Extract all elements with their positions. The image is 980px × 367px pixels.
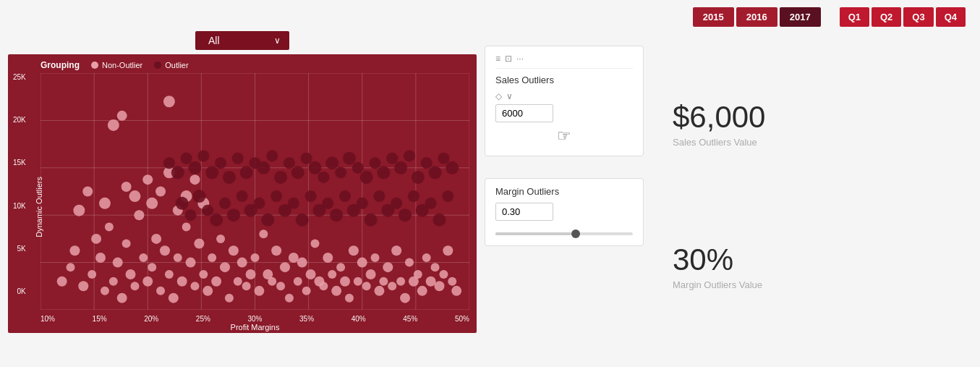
svg-point-74 — [323, 253, 333, 263]
svg-point-172 — [322, 198, 333, 209]
svg-point-39 — [174, 253, 182, 262]
svg-point-99 — [431, 263, 440, 271]
chevron-down-icon: ∨ — [506, 91, 513, 101]
legend-outlier: Outlier — [154, 61, 188, 69]
x-35: 35% — [299, 315, 314, 323]
svg-point-128 — [223, 171, 236, 184]
svg-point-92 — [400, 293, 410, 303]
svg-point-186 — [442, 190, 453, 202]
svg-point-77 — [336, 263, 345, 271]
svg-point-19 — [88, 270, 96, 279]
svg-point-135 — [284, 157, 295, 169]
svg-point-24 — [113, 258, 123, 268]
svg-point-110 — [155, 187, 166, 197]
svg-point-88 — [383, 262, 393, 272]
svg-point-78 — [340, 277, 350, 287]
svg-point-27 — [122, 239, 131, 248]
svg-point-121 — [163, 157, 175, 169]
svg-point-66 — [289, 253, 299, 263]
svg-point-114 — [189, 174, 200, 185]
svg-point-166 — [270, 190, 282, 202]
x-45: 45% — [403, 315, 417, 323]
svg-point-50 — [220, 262, 230, 272]
svg-point-98 — [426, 277, 436, 287]
svg-point-55 — [242, 282, 251, 290]
margin-outliers-input[interactable] — [495, 203, 553, 221]
svg-point-165 — [261, 214, 274, 227]
svg-point-81 — [354, 277, 362, 286]
q1-btn[interactable]: Q1 — [840, 7, 869, 27]
y-label-5k: 5K — [17, 245, 26, 253]
svg-point-160 — [219, 198, 231, 209]
svg-point-84 — [366, 269, 376, 279]
scatter-chart: Grouping Non-Outlier Outlier 25K 20K 15K… — [8, 54, 477, 333]
svg-point-58 — [254, 286, 264, 296]
svg-point-33 — [148, 263, 156, 271]
svg-point-80 — [349, 245, 359, 256]
svg-point-161 — [227, 208, 240, 222]
svg-point-142 — [343, 152, 356, 165]
year-2017-btn[interactable]: 2017 — [780, 7, 821, 27]
non-outlier-dot — [91, 62, 98, 69]
q3-btn[interactable]: Q3 — [903, 7, 933, 27]
svg-point-95 — [414, 270, 422, 279]
svg-point-159 — [210, 214, 223, 227]
svg-point-25 — [105, 223, 114, 232]
slider-thumb[interactable] — [571, 229, 580, 238]
diamond-icon: ◇ — [495, 91, 502, 101]
svg-point-70 — [306, 269, 316, 279]
svg-point-43 — [190, 282, 199, 290]
margin-metric-block: 30% Margin Outliers Value — [673, 243, 958, 290]
svg-point-156 — [185, 209, 197, 221]
x-40: 40% — [351, 315, 366, 323]
svg-point-54 — [237, 258, 247, 268]
svg-point-36 — [160, 245, 170, 256]
svg-point-154 — [446, 161, 459, 174]
svg-point-46 — [203, 286, 213, 296]
svg-point-104 — [451, 286, 461, 296]
q2-btn[interactable]: Q2 — [872, 7, 901, 27]
svg-point-23 — [109, 277, 118, 286]
y-label-25k: 25K — [13, 73, 26, 81]
svg-point-45 — [199, 270, 208, 279]
svg-point-15 — [57, 277, 67, 287]
svg-point-141 — [335, 166, 346, 178]
sales-input-row: ◇ ∨ — [495, 91, 633, 101]
svg-point-61 — [268, 277, 276, 286]
sales-outliers-input[interactable] — [495, 104, 553, 122]
svg-point-44 — [194, 238, 204, 248]
year-2016-btn[interactable]: 2016 — [736, 7, 777, 27]
ellipsis-icon[interactable]: ··· — [516, 54, 524, 64]
card-title-margin: Margin Outliers — [495, 186, 633, 197]
all-dropdown[interactable]: All — [195, 31, 289, 50]
svg-point-87 — [379, 277, 388, 286]
sales-metric-value: $6,000 — [673, 101, 958, 134]
menu-icon[interactable]: ≡ — [495, 54, 500, 64]
card-title-sales: Sales Outliers — [495, 75, 633, 85]
main-content: All Grouping Non-Outlier Outlier 25K — [0, 31, 980, 367]
svg-point-109 — [146, 198, 158, 209]
svg-point-182 — [408, 190, 419, 202]
svg-point-41 — [182, 223, 191, 232]
svg-point-152 — [429, 166, 442, 179]
margin-metric-value: 30% — [673, 243, 958, 277]
svg-point-37 — [165, 270, 174, 279]
svg-point-133 — [266, 150, 278, 161]
quarter-group: Q1 Q2 Q3 Q4 — [840, 7, 966, 27]
right-section: ≡ ⊡ ··· Sales Outliers ◇ ∨ ☞ Margin Outl… — [485, 31, 973, 360]
dropdown-row: All — [195, 31, 289, 50]
svg-point-49 — [216, 235, 225, 243]
cursor-hand-icon: ☞ — [495, 127, 633, 145]
x-10: 10% — [41, 315, 55, 323]
q4-btn[interactable]: Q4 — [936, 7, 966, 27]
svg-point-139 — [318, 172, 329, 183]
year-2015-btn[interactable]: 2015 — [693, 7, 734, 27]
svg-point-47 — [208, 253, 216, 262]
svg-point-164 — [253, 198, 265, 209]
svg-point-178 — [373, 190, 385, 202]
frame-icon[interactable]: ⊡ — [505, 54, 512, 64]
svg-point-126 — [205, 166, 218, 179]
svg-point-90 — [391, 245, 401, 256]
svg-point-31 — [139, 253, 148, 262]
svg-point-151 — [421, 157, 433, 169]
